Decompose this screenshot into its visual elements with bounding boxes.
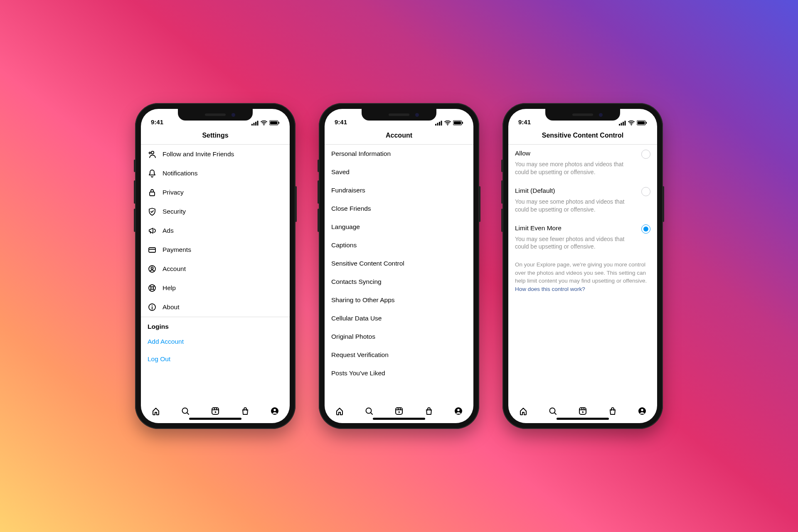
account-row[interactable]: Sensitive Content Control [325,254,473,273]
account-row[interactable]: Personal Information [325,145,473,163]
log-out-link[interactable]: Log Out [141,350,290,368]
option-desc: You may see fewer photos and videos that… [515,235,650,251]
row-label: Help [163,284,271,292]
tab-reels[interactable] [210,406,221,416]
row-label: Saved [331,168,454,176]
option-title: Limit Even More [515,224,635,232]
chevron-right-icon [460,314,467,323]
how-does-this-work-link[interactable]: How does this control work? [515,286,585,292]
chevron-right-icon [460,204,467,213]
settings-row[interactable]: Notifications [141,164,290,183]
row-label: Captions [331,241,454,249]
account-row[interactable]: Captions [325,236,473,254]
settings-row[interactable]: Help [141,278,290,298]
wifi-icon [444,120,451,126]
tab-search[interactable] [364,406,374,416]
back-button[interactable] [145,126,158,144]
page-title: Settings [202,132,228,139]
option-desc: You may see more photos and videos that … [515,160,650,176]
battery-icon [453,120,463,126]
tab-search[interactable] [180,406,191,416]
account-row[interactable]: Request Verification [325,346,473,364]
notch [545,109,620,121]
settings-row[interactable]: Ads [141,221,290,240]
row-label: Notifications [163,170,271,177]
tab-reels[interactable] [394,406,404,416]
settings-row[interactable]: Account [141,259,290,278]
settings-row[interactable]: Privacy [141,183,290,202]
battery-icon [269,120,280,126]
settings-row[interactable]: About [141,298,290,317]
row-label: Sensitive Content Control [331,260,454,267]
sensitive-options: Allow You may see more photos and videos… [508,145,657,401]
account-row[interactable]: Posts You've Liked [325,364,473,382]
account-list: Personal Information Saved Fundraisers C… [325,145,473,401]
tab-shop[interactable] [240,406,251,416]
home-indicator[interactable] [189,418,241,420]
radio-button[interactable] [641,224,650,234]
settings-list: Follow and Invite Friends Notifications … [141,145,290,401]
back-button[interactable] [329,126,342,144]
chevron-right-icon [276,227,283,235]
account-row[interactable]: Saved [325,163,473,181]
notch [362,109,436,121]
logins-header: Logins [141,317,290,333]
row-label: About [163,303,271,311]
row-label: Sharing to Other Apps [331,296,454,304]
account-row[interactable]: Fundraisers [325,181,473,200]
row-label: Ads [163,227,271,234]
chevron-right-icon [460,168,467,176]
sensitivity-option[interactable]: Allow You may see more photos and videos… [508,145,657,182]
account-row[interactable]: Cellular Data Use [325,309,473,328]
add-user-icon [148,150,157,159]
chevron-right-icon [460,278,467,286]
tab-reels[interactable] [577,406,588,416]
row-label: Request Verification [331,351,454,359]
tab-profile[interactable] [453,406,464,416]
tab-shop[interactable] [607,406,618,416]
tab-home[interactable] [334,406,345,416]
page-title: Sensitive Content Control [542,132,623,139]
row-label: Follow and Invite Friends [163,150,271,158]
radio-button[interactable] [641,150,650,159]
add-account-link[interactable]: Add Account [141,333,290,350]
tab-profile[interactable] [637,406,648,416]
chevron-right-icon [460,186,467,195]
account-row[interactable]: Original Photos [325,328,473,346]
tab-shop[interactable] [424,406,434,416]
home-indicator[interactable] [373,418,425,420]
tab-home[interactable] [518,406,529,416]
account-row[interactable]: Language [325,218,473,236]
chevron-right-icon [276,284,283,292]
option-desc: You may see some photos and videos that … [515,198,650,214]
account-row[interactable]: Close Friends [325,200,473,218]
status-time: 9:41 [151,118,163,126]
account-row[interactable]: Contacts Syncing [325,273,473,291]
shield-icon [148,207,157,216]
phone-sensitive-content: 9:41 Sensitive Content Control Allow You… [502,103,663,429]
bell-icon [148,169,157,178]
row-label: Cellular Data Use [331,315,454,322]
home-indicator[interactable] [557,418,609,420]
wifi-icon [628,120,635,126]
option-title: Limit (Default) [515,187,635,195]
settings-row[interactable]: Follow and Invite Friends [141,145,290,164]
settings-row[interactable]: Security [141,202,290,221]
row-label: Original Photos [331,333,454,340]
row-label: Security [163,208,271,215]
phone-account: 9:41 Account Personal Information Saved … [319,103,479,429]
option-title: Allow [515,150,635,157]
tab-home[interactable] [150,406,161,416]
sensitivity-option[interactable]: Limit (Default) You may see some photos … [508,182,657,219]
row-label: Fundraisers [331,187,454,194]
chevron-right-icon [460,241,467,249]
account-row[interactable]: Sharing to Other Apps [325,291,473,309]
settings-row[interactable]: Payments [141,240,290,259]
sensitivity-option[interactable]: Limit Even More You may see fewer photos… [508,219,657,257]
radio-button[interactable] [641,187,650,196]
chevron-right-icon [276,303,283,311]
back-button[interactable] [512,126,526,144]
tab-profile[interactable] [269,406,280,416]
tab-search[interactable] [547,406,558,416]
chevron-right-icon [276,150,283,158]
